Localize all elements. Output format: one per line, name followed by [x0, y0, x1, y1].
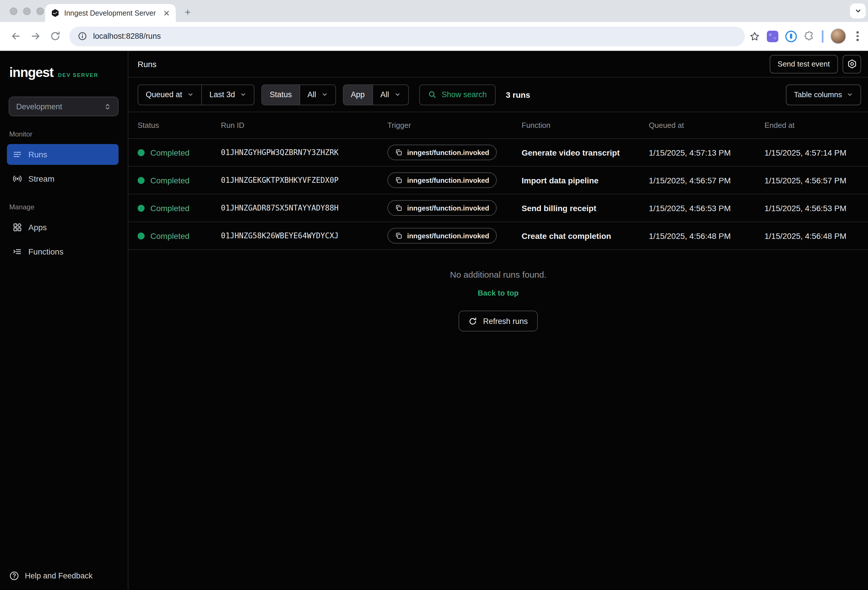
- help-question-icon: [9, 571, 19, 581]
- function-name[interactable]: Send billing receipt: [522, 203, 649, 213]
- run-status: Completed: [151, 203, 189, 213]
- send-test-event-button[interactable]: Send test event: [769, 55, 838, 73]
- window-close-button[interactable]: [10, 7, 17, 15]
- extension-purple-icon[interactable]: [767, 30, 778, 42]
- column-header-ended-at: Ended at: [765, 121, 859, 130]
- table-row[interactable]: Completed 01JHNZGYHGPW3QZBRN7Y3ZHZRK inn…: [128, 139, 868, 167]
- trigger-pill[interactable]: inngest/function.invoked: [387, 228, 497, 244]
- function-name[interactable]: Create chat completion: [522, 231, 649, 240]
- function-name[interactable]: Generate video transcript: [522, 148, 649, 157]
- status-filter[interactable]: Status All: [262, 84, 336, 105]
- trigger-pill[interactable]: inngest/function.invoked: [387, 145, 497, 160]
- column-header-function: Function: [522, 121, 649, 130]
- column-header-run-id: Run ID: [221, 121, 387, 130]
- function-name[interactable]: Import data pipeline: [522, 176, 649, 185]
- back-button[interactable]: [7, 28, 24, 44]
- help-and-feedback[interactable]: Help and Feedback: [9, 571, 93, 581]
- refresh-runs-button[interactable]: Refresh runs: [459, 311, 538, 331]
- chevron-down-icon: [847, 92, 853, 98]
- table-row[interactable]: Completed 01JHNZGADR87SX5NTAYYADY88H inn…: [128, 194, 868, 222]
- sidebar-item-label: Runs: [28, 150, 47, 159]
- status-dot-icon: [137, 149, 145, 156]
- browser-toolbar: localhost:8288/runs: [0, 22, 868, 51]
- chevron-down-icon: [321, 92, 328, 98]
- tab-close-icon[interactable]: ✕: [162, 8, 171, 18]
- column-header-queued-at: Queued at: [649, 121, 765, 130]
- back-to-top-link[interactable]: Back to top: [478, 288, 519, 297]
- copy-icon: [395, 204, 403, 212]
- settings-button[interactable]: [843, 55, 861, 73]
- table-row[interactable]: Completed 01JHNZGEKGKTPXBHKYVFZEDX0P inn…: [128, 167, 868, 194]
- send-test-event-label: Send test event: [778, 59, 830, 68]
- reload-icon: [49, 31, 61, 41]
- environment-select[interactable]: Development: [9, 97, 118, 116]
- trigger-name: inngest/function.invoked: [407, 204, 489, 212]
- url-input[interactable]: localhost:8288/runs: [69, 26, 745, 46]
- empty-message: No additional runs found.: [128, 269, 868, 279]
- table-row[interactable]: Completed 01JHNZG58K26WBEYE64WYDYCXJ inn…: [128, 222, 868, 250]
- main-header: Runs Send test event: [128, 51, 868, 77]
- sidebar-item-stream[interactable]: Stream: [7, 168, 118, 189]
- run-status: Completed: [151, 176, 189, 185]
- sidebar-item-runs[interactable]: Runs: [7, 144, 118, 165]
- show-search-label: Show search: [441, 90, 487, 99]
- run-id: 01JHNZGADR87SX5NTAYYADY88H: [221, 204, 387, 212]
- table-body: Completed 01JHNZGYHGPW3QZBRN7Y3ZHZRK inn…: [128, 139, 868, 250]
- app-filter[interactable]: App All: [342, 84, 409, 105]
- time-filter[interactable]: Queued at Last 3d: [137, 84, 255, 105]
- back-arrow-icon: [10, 31, 21, 41]
- table-columns-button[interactable]: Table columns: [786, 84, 861, 105]
- copy-icon: [395, 232, 403, 240]
- forward-button[interactable]: [27, 28, 43, 44]
- forward-arrow-icon: [30, 31, 41, 41]
- runs-count: 3 runs: [506, 90, 530, 99]
- trigger-name: inngest/function.invoked: [407, 176, 489, 184]
- help-label: Help and Feedback: [25, 571, 93, 580]
- chevron-down-icon: [855, 7, 861, 15]
- run-status: Completed: [151, 231, 189, 240]
- chevron-down-icon: [187, 92, 194, 98]
- tab-search-button[interactable]: [850, 3, 866, 19]
- environment-value: Development: [16, 102, 62, 111]
- browser-menu-button[interactable]: [853, 29, 862, 43]
- site-info-icon[interactable]: [77, 31, 87, 41]
- sidebar-item-apps[interactable]: Apps: [7, 217, 118, 238]
- column-header-status: Status: [137, 121, 221, 130]
- onepassword-extension-icon[interactable]: [785, 30, 797, 42]
- window-zoom-button[interactable]: [37, 7, 44, 15]
- copy-icon: [395, 176, 403, 184]
- trigger-pill[interactable]: inngest/function.invoked: [387, 200, 497, 216]
- sidebar-item-label: Functions: [28, 247, 63, 256]
- runs-list-icon: [13, 150, 22, 159]
- reload-button[interactable]: [47, 28, 63, 44]
- queued-at: 1/15/2025, 4:56:57 PM: [649, 176, 765, 185]
- trigger-name: inngest/function.invoked: [407, 232, 489, 240]
- apps-grid-icon: [13, 223, 22, 232]
- run-id: 01JHNZG58K26WBEYE64WYDYCXJ: [221, 231, 387, 240]
- refresh-runs-label: Refresh runs: [483, 317, 528, 325]
- run-status: Completed: [151, 148, 189, 157]
- browser-tab[interactable]: Inngest Development Server ✕: [45, 4, 176, 22]
- time-field-label: Queued at: [146, 90, 182, 99]
- extensions-puzzle-icon[interactable]: [804, 31, 815, 41]
- trigger-pill[interactable]: inngest/function.invoked: [387, 172, 497, 188]
- bookmark-star-icon[interactable]: [750, 31, 760, 41]
- page-title: Runs: [137, 59, 156, 68]
- ended-at: 1/15/2025, 4:56:53 PM: [765, 203, 859, 213]
- tab-title: Inngest Development Server: [64, 9, 157, 17]
- window-minimize-button[interactable]: [23, 7, 31, 15]
- ended-at: 1/15/2025, 4:57:14 PM: [765, 148, 859, 157]
- main-panel: Runs Send test event Queued at: [128, 51, 868, 590]
- functions-icon: [13, 247, 22, 256]
- sidebar-item-functions[interactable]: Functions: [7, 241, 118, 262]
- app-filter-value: All: [380, 90, 389, 99]
- new-tab-button[interactable]: ＋: [183, 5, 193, 19]
- profile-avatar[interactable]: [830, 28, 846, 44]
- refresh-icon: [469, 317, 477, 325]
- show-search-button[interactable]: Show search: [419, 84, 495, 105]
- ended-at: 1/15/2025, 4:56:48 PM: [765, 231, 859, 240]
- section-label-monitor: Monitor: [9, 130, 118, 138]
- ended-at: 1/15/2025, 4:56:57 PM: [765, 176, 859, 185]
- search-icon: [428, 90, 436, 99]
- browser-tabstrip: Inngest Development Server ✕ ＋: [0, 0, 868, 22]
